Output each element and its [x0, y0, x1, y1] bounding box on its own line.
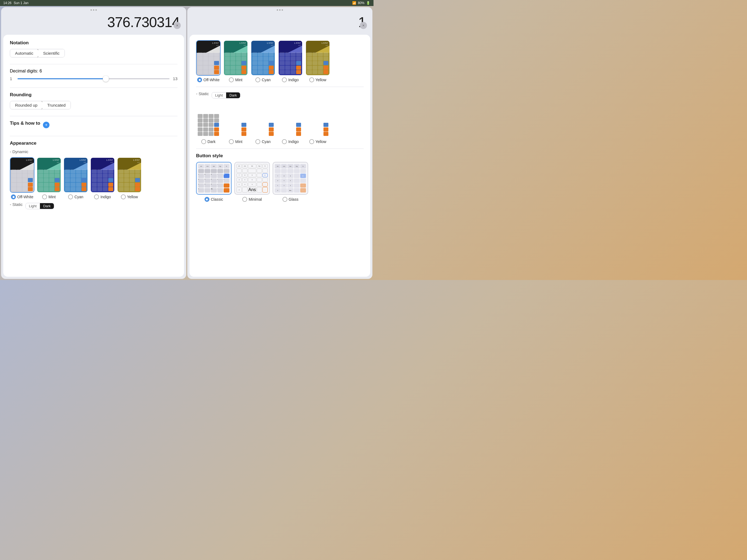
theme-item-cyan-dynamic-right[interactable]: 1.5707π/2 Cyan [251, 40, 275, 82]
mini-key [49, 183, 54, 187]
button-style-minimal[interactable]: sin cos tan log ln 789AC 456 123= 0Ans= [234, 162, 270, 202]
label-yellow-right: Yellow [315, 78, 327, 82]
light-btn-right[interactable]: Light [212, 93, 226, 98]
mini-key [71, 169, 75, 173]
handle-dots [91, 9, 97, 11]
theme-item-yellow-static-right[interactable]: 1.5707 Yellow [305, 102, 330, 144]
theme-item-dark-static-right[interactable]: 1.5707 Dark [196, 102, 221, 144]
theme-preview-yellow-dark: 1.5707 [117, 213, 141, 229]
theme-item-offwhite-dynamic[interactable]: 1.5707 π/2 [10, 157, 34, 199]
tips-expand-button[interactable]: + [43, 122, 50, 128]
theme-item-yellow-dynamic[interactable]: 1.5707 π/2 [117, 157, 141, 199]
theme-num-mint-dark: 1.5707 [53, 214, 59, 217]
left-settings-panel[interactable]: × Notation Automatic Scientific Decimal … [3, 35, 184, 277]
label-dark-static-right: Dark [208, 139, 216, 144]
static-header-right: - Static Light Dark [196, 91, 364, 99]
theme-item-cyan-static[interactable]: 1.5707 [63, 213, 88, 229]
tips-section: Tips & how to + [10, 121, 177, 129]
radio-yellow-dynamic[interactable]: Yellow [121, 195, 138, 199]
light-dark-toggle-left[interactable]: Light Dark [25, 203, 54, 209]
theme-item-yellow-static[interactable]: 1.5707 [117, 213, 141, 229]
label-offwhite-dynamic: Off-White [17, 195, 33, 199]
dark-btn-right[interactable]: Dark [226, 93, 240, 98]
radio-mint-dynamic[interactable]: Mint [42, 195, 55, 199]
light-btn-left[interactable]: Light [26, 203, 40, 209]
radio-classic[interactable]: Classic [205, 197, 223, 202]
theme-item-indigo-dynamic[interactable]: 1.5707 π/2 [90, 157, 115, 199]
mini-key-blue [135, 178, 140, 182]
theme-item-dark-static[interactable]: 1.5707 [10, 213, 34, 229]
radio-cyan-static-right[interactable]: Cyan [255, 139, 271, 144]
theme-item-indigo-static[interactable]: 1.5707 [90, 213, 115, 229]
radio-yellow-static-right[interactable]: Yellow [309, 139, 327, 144]
theme-item-mint-static[interactable]: 1.5707 [36, 213, 61, 229]
tips-title: Tips & how to [10, 121, 40, 126]
mini-key [11, 187, 17, 191]
radio-indigo-right[interactable]: Indigo [282, 77, 299, 82]
light-dark-toggle-right[interactable]: Light Dark [212, 92, 241, 98]
mini-key [71, 183, 75, 187]
radio-circle-minimal [242, 197, 247, 202]
radio-indigo-static-right[interactable]: Indigo [282, 139, 299, 144]
dynamic-theme-grid-right: 1.5707 π/2 [196, 40, 364, 82]
label-mint-right: Mint [235, 78, 242, 82]
radio-yellow-right[interactable]: Yellow [309, 77, 327, 82]
right-settings-panel[interactable]: × 1.5707 π/2 [189, 35, 370, 277]
handle-dot-1 [91, 9, 92, 11]
notation-scientific-btn[interactable]: Scientific [38, 49, 65, 57]
decimal-slider[interactable] [18, 78, 170, 79]
mini-key [124, 183, 129, 187]
right-panel-handle[interactable] [187, 7, 372, 12]
mini-key [103, 178, 108, 182]
theme-item-mint-dynamic-right[interactable]: 1.5707π/2 Mint [223, 40, 248, 82]
mini-key [119, 169, 124, 173]
left-calc-display: 376.730314 [1, 12, 186, 35]
calc-mini-mint: 1.5707 π/2 [37, 158, 61, 192]
radio-minimal[interactable]: Minimal [242, 197, 262, 202]
theme-item-cyan-static-right[interactable]: 1.5707 Cyan [251, 102, 275, 144]
radio-cyan-right[interactable]: Cyan [255, 77, 271, 82]
radio-circle-cyan-static-right [255, 139, 260, 144]
mini-key [97, 183, 102, 187]
radio-glass[interactable]: Glass [282, 197, 299, 202]
theme-item-indigo-dynamic-right[interactable]: 1.5707π/2 Indigo [278, 40, 303, 82]
mini-key [38, 183, 43, 187]
radio-dark-static-right[interactable]: Dark [201, 139, 216, 144]
theme-item-offwhite-dynamic-right[interactable]: 1.5707 π/2 [196, 40, 221, 82]
mini-key [11, 183, 17, 187]
handle-dot-3 [96, 9, 97, 11]
button-style-classic[interactable]: sin cos tan log ln 7 [196, 162, 232, 202]
rounding-rounded-btn[interactable]: Rounded up [10, 101, 43, 109]
theme-item-cyan-dynamic[interactable]: 1.5707 π/2 [63, 157, 88, 199]
theme-item-mint-dynamic[interactable]: 1.5707 π/2 [36, 157, 61, 199]
left-panel-handle[interactable] [1, 7, 186, 12]
rounding-toggle-group[interactable]: Rounded up Truncated [10, 101, 71, 109]
mini-keys-indigo [91, 168, 114, 192]
radio-offwhite-dynamic[interactable]: Off-White [11, 195, 33, 199]
radio-indigo-dynamic[interactable]: Indigo [94, 195, 111, 199]
radio-offwhite-right[interactable]: Off-White [197, 77, 220, 82]
radio-mint-right[interactable]: Mint [229, 77, 242, 82]
theme-preview-indigo-dynamic: 1.5707 π/2 [90, 157, 115, 193]
dynamic-label: - Dynamic [10, 149, 177, 154]
dark-btn-left[interactable]: Dark [40, 203, 54, 209]
theme-preview-mint-static-right: 1.5707 [223, 102, 248, 137]
radio-circle-offwhite-right [197, 77, 202, 82]
theme-item-yellow-dynamic-right[interactable]: 1.5707π/2 Yellow [305, 40, 330, 82]
button-style-glass[interactable]: sin cos tan log ln 789AC 456 123= 0Ans= [273, 162, 308, 202]
theme-item-mint-static-right[interactable]: 1.5707 Mint [223, 102, 248, 144]
notation-automatic-btn[interactable]: Automatic [10, 49, 38, 57]
mini-key [97, 187, 102, 191]
notation-toggle-group[interactable]: Automatic Scientific [10, 49, 65, 57]
radio-cyan-dynamic[interactable]: Cyan [68, 195, 83, 199]
rounding-truncated-btn[interactable]: Truncated [42, 101, 71, 109]
mini-key [44, 183, 49, 187]
minimal-preview: sin cos tan log ln 789AC 456 123= 0Ans= [234, 162, 270, 195]
slider-max: 13 [173, 76, 177, 81]
mini-key-orange [55, 183, 60, 187]
mini-key [22, 187, 27, 191]
theme-item-indigo-static-right[interactable]: 1.5707 Indigo [278, 102, 303, 144]
mini-key [119, 187, 124, 191]
theme-preview-indigo-dark: 1.5707 [90, 213, 115, 229]
radio-mint-static-right[interactable]: Mint [229, 139, 242, 144]
